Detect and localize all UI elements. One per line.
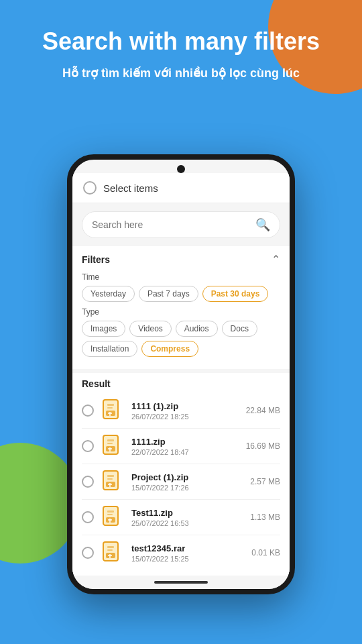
item-size-1: 16.69 MB	[246, 441, 280, 451]
search-input[interactable]	[92, 219, 255, 230]
chip-docs[interactable]: Docs	[222, 321, 257, 337]
chip-yesterday[interactable]: Yesterday	[82, 286, 135, 302]
item-date-3: 25/07/2022 16:53	[131, 519, 243, 527]
search-icon[interactable]: 🔍	[255, 217, 270, 232]
item-name-3: Test11.zip	[131, 508, 243, 518]
item-date-0: 26/07/2022 18:25	[131, 413, 239, 421]
item-name-1: 1111.zip	[131, 437, 239, 447]
result-item[interactable]: Test11.zip 25/07/2022 16:53 1.13 MB	[82, 500, 280, 535]
chip-compress[interactable]: Compress	[141, 341, 198, 357]
svg-rect-11	[107, 443, 113, 444]
phone-mockup: Select items 🔍 Filters ⌃ Time Yesterday …	[67, 154, 295, 594]
type-filter-group: Type Images Videos Audios Docs Installat…	[82, 307, 280, 357]
item-details-1: 1111.zip 22/07/2022 18:47	[131, 437, 239, 456]
home-indicator	[72, 576, 290, 589]
time-filter-group: Time Yesterday Past 7 days Past 30 days	[82, 272, 280, 302]
item-details-0: 1111 (1).zip 26/07/2022 18:25	[131, 401, 239, 421]
file-icon-2	[101, 470, 125, 494]
file-icon-0	[101, 398, 125, 423]
item-checkbox-4[interactable]	[82, 547, 94, 559]
item-date-2: 15/07/2022 17:26	[131, 484, 243, 492]
svg-rect-18	[107, 478, 113, 480]
results-section: Result 1111 (1).zip 26/07/2022 18:25 22.…	[72, 373, 290, 576]
chip-audios[interactable]: Audios	[176, 321, 218, 337]
item-size-3: 1.13 MB	[250, 513, 280, 522]
top-bar: Select items	[72, 173, 290, 203]
item-date-1: 22/07/2022 18:47	[131, 448, 239, 456]
header-area: Search with many filters Hỗ trợ tìm kiếm…	[0, 0, 362, 95]
home-bar	[154, 581, 208, 584]
result-item[interactable]: 1111 (1).zip 26/07/2022 18:25 22.84 MB	[82, 393, 280, 429]
phone-notch	[177, 165, 185, 173]
chip-past30days[interactable]: Past 30 days	[202, 286, 269, 302]
item-details-4: test12345.rar 15/07/2022 15:25	[131, 543, 245, 563]
filters-header: Filters ⌃	[82, 253, 280, 266]
item-checkbox-2[interactable]	[82, 476, 94, 488]
svg-rect-17	[107, 475, 114, 477]
file-icon-3	[101, 505, 125, 529]
type-chips: Images Videos Audios Docs Installation C…	[82, 321, 280, 357]
svg-rect-31	[107, 546, 114, 548]
item-name-2: Project (1).zip	[131, 472, 243, 482]
item-date-4: 15/07/2022 15:25	[131, 555, 245, 563]
result-item[interactable]: Project (1).zip 15/07/2022 17:26 2.57 MB	[82, 464, 280, 500]
main-title: Search with many filters	[20, 27, 342, 56]
item-size-4: 0.01 KB	[251, 548, 280, 557]
item-checkbox-3[interactable]	[82, 511, 94, 523]
svg-rect-3	[107, 404, 114, 406]
svg-rect-10	[107, 439, 114, 441]
file-icon-4	[101, 541, 125, 565]
select-all-checkbox[interactable]	[83, 181, 97, 195]
item-details-2: Project (1).zip 15/07/2022 17:26	[131, 472, 243, 492]
chip-videos[interactable]: Videos	[129, 321, 171, 337]
result-list: 1111 (1).zip 26/07/2022 18:25 22.84 MB 1…	[82, 393, 280, 570]
result-item[interactable]: test12345.rar 15/07/2022 15:25 0.01 KB	[82, 535, 280, 570]
item-details-3: Test11.zip 25/07/2022 16:53	[131, 508, 243, 527]
item-size-0: 22.84 MB	[246, 406, 280, 415]
item-name-0: 1111 (1).zip	[131, 401, 239, 411]
phone-screen: Select items 🔍 Filters ⌃ Time Yesterday …	[72, 173, 290, 576]
item-name-4: test12345.rar	[131, 543, 245, 553]
svg-rect-32	[107, 549, 113, 551]
top-bar-title: Select items	[103, 182, 158, 194]
result-item[interactable]: 1111.zip 22/07/2022 18:47 16.69 MB	[82, 429, 280, 464]
item-checkbox-1[interactable]	[82, 440, 94, 452]
chevron-up-icon[interactable]: ⌃	[272, 253, 280, 266]
sub-title: Hỗ trợ tìm kiếm với nhiều bộ lọc cùng lú…	[20, 65, 342, 82]
filters-section: Filters ⌃ Time Yesterday Past 7 days Pas…	[72, 246, 290, 369]
filters-title: Filters	[82, 254, 110, 265]
item-size-2: 2.57 MB	[250, 477, 280, 486]
svg-rect-4	[107, 407, 113, 409]
time-chips: Yesterday Past 7 days Past 30 days	[82, 286, 280, 302]
svg-rect-24	[107, 511, 114, 513]
chip-images[interactable]: Images	[82, 321, 125, 337]
search-bar[interactable]: 🔍	[82, 211, 280, 238]
file-icon-1	[101, 434, 125, 458]
results-title: Result	[82, 378, 280, 389]
time-label: Time	[82, 272, 280, 282]
chip-past7days[interactable]: Past 7 days	[139, 286, 198, 302]
chip-installation[interactable]: Installation	[82, 341, 137, 357]
item-checkbox-0[interactable]	[82, 405, 94, 417]
type-label: Type	[82, 307, 280, 317]
svg-rect-25	[107, 514, 113, 515]
